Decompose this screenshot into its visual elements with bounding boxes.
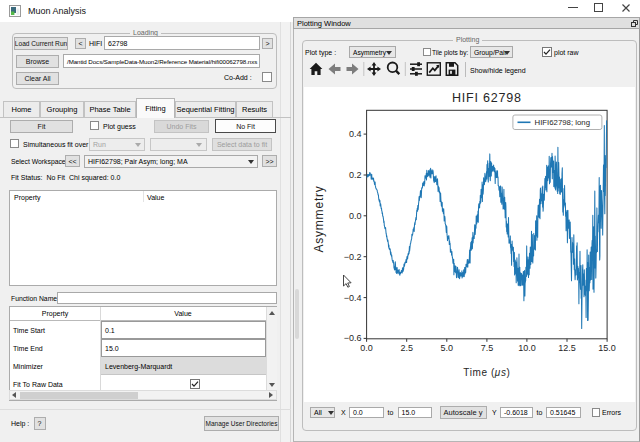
svg-text:−0.2: −0.2	[343, 252, 361, 262]
svg-text:7.5: 7.5	[480, 343, 493, 353]
svg-text:0.2: 0.2	[349, 170, 362, 180]
svg-text:−0.6: −0.6	[343, 333, 361, 343]
svg-text:0.4: 0.4	[349, 129, 362, 139]
svg-text:10.0: 10.0	[518, 343, 536, 353]
svg-text:2.5: 2.5	[400, 343, 413, 353]
svg-text:15.0: 15.0	[598, 343, 616, 353]
svg-text:0.0: 0.0	[349, 211, 362, 221]
svg-text:Time (μs): Time (μs)	[463, 367, 510, 378]
svg-text:Asymmetry: Asymmetry	[311, 185, 325, 252]
svg-text:HIFI62798; long: HIFI62798; long	[534, 118, 589, 127]
svg-text:0.0: 0.0	[360, 343, 373, 353]
svg-text:−0.4: −0.4	[343, 293, 361, 303]
svg-text:5.0: 5.0	[440, 343, 453, 353]
svg-text:12.5: 12.5	[558, 343, 576, 353]
svg-text:HIFI 62798: HIFI 62798	[451, 91, 521, 105]
